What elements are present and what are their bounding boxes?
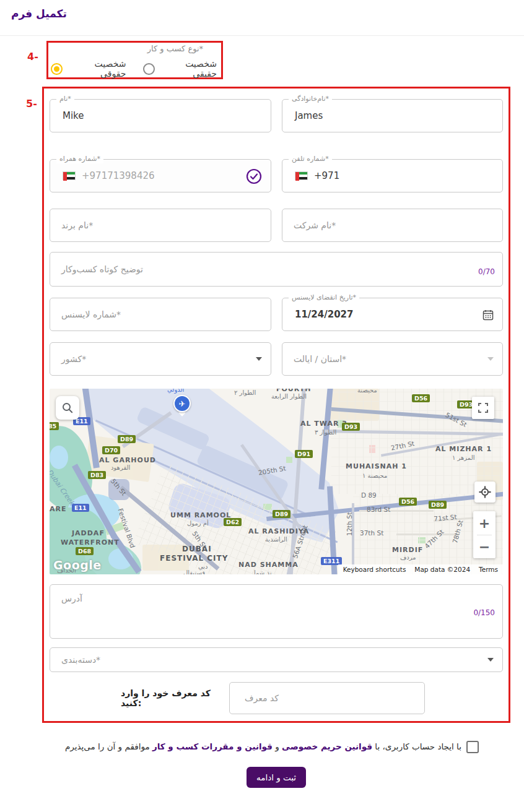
calendar-icon[interactable] (483, 309, 494, 321)
map-label: AL TWAR 3 (300, 420, 347, 428)
map-label: AL GARHOUD (99, 456, 156, 464)
map-route-badge: D91 (295, 450, 313, 458)
map-label: الطوار ٢ (234, 389, 256, 396)
map-park (286, 457, 292, 463)
last-name-label: *نام‌خانوادگی (289, 95, 332, 103)
brand-name-field[interactable]: *نام برند (50, 209, 271, 242)
mobile-field[interactable]: *شماره همراه +97171398426 (50, 159, 271, 192)
keyboard-shortcuts-link[interactable]: Keyboard shortcuts (343, 566, 406, 573)
license-number-field[interactable]: *شماره لایسنس (50, 298, 271, 331)
mobile-value: +97171398426 (82, 170, 155, 181)
map-route-badge: D62 (224, 518, 242, 526)
radio-legal-entity-label[interactable]: شخصیت حقوقی (68, 59, 126, 79)
terms-link[interactable]: Terms (479, 566, 498, 573)
phone-label: *شماره تلفن (289, 155, 332, 163)
map-search-button[interactable] (56, 396, 79, 420)
license-expiry-value: 11/24/2027 (282, 309, 353, 320)
map-label: 12th St (346, 512, 353, 536)
map-route-badge: D68 (76, 547, 94, 555)
map-label: القرهود (111, 464, 130, 471)
zoom-in-button[interactable]: + (479, 512, 490, 535)
first-name-label: *نام (56, 95, 74, 103)
map-route-badge: D83 (88, 471, 106, 479)
last-name-field[interactable]: *نام‌خانوادگی James (282, 99, 503, 132)
map-label: فستيفال (183, 569, 205, 574)
agreement-suffix: موافقم و آن را می‌پذیرم (65, 741, 152, 751)
map-label: WATERFRONT (61, 538, 120, 546)
company-name-placeholder: *نام شرکت (282, 220, 336, 230)
airport-pin[interactable]: ✈ (173, 395, 192, 413)
map-route-badge: 85 (50, 422, 59, 430)
map-label: AL MIZHAR 1 (435, 445, 492, 453)
map-label: ARE (50, 505, 67, 513)
map-route-badge: D56 (412, 394, 430, 402)
license-expiry-field[interactable]: *تاریخ انقضای لایسنس 11/24/2027 (282, 298, 503, 331)
agreement-checkbox[interactable] (466, 741, 479, 753)
my-location-icon (479, 486, 491, 498)
terms-link[interactable]: قوانین و مقررات کسب و کار (152, 741, 273, 751)
address-placeholder: آدرس (50, 594, 82, 603)
mobile-label: *شماره همراه (56, 155, 103, 163)
address-field[interactable]: آدرس 0/150 (50, 584, 503, 639)
search-icon (62, 402, 73, 413)
phone-value: +971 (314, 170, 339, 181)
map-label: محيصنة ١ (362, 472, 387, 479)
chevron-down-icon (256, 357, 262, 361)
agreement-text: با ایجاد حساب کاربری، با قوانین حریم خصو… (65, 741, 461, 751)
phone-field[interactable]: *شماره تلفن +971 (282, 159, 503, 192)
airplane-icon: ✈ (175, 396, 190, 411)
state-select[interactable]: *استان / ایالت (282, 342, 503, 376)
referral-label: کد معرف خود را وارد کنید: (121, 682, 225, 714)
first-name-value: Mike (50, 110, 84, 121)
map-label: 37th St (360, 529, 383, 537)
map-label: ند شما (254, 569, 271, 574)
map-my-location-button[interactable] (474, 482, 496, 503)
verified-check-icon (246, 168, 262, 184)
map-route-badge: D56 (399, 498, 417, 506)
last-name-value: James (282, 110, 323, 121)
map-water (50, 446, 68, 469)
brand-name-placeholder: *نام برند (50, 220, 93, 230)
fullscreen-icon (478, 403, 488, 413)
first-name-field[interactable]: *نام Mike (50, 99, 271, 132)
map-route-badge: D70 (102, 446, 120, 454)
zoom-out-button[interactable]: − (479, 535, 490, 558)
radio-legal-entity[interactable] (51, 63, 63, 75)
submit-button[interactable]: ثبت و ادامه (247, 767, 306, 788)
google-map[interactable]: الدوليالطوار ٢FOURTHالطوار الرابعةمحيصنة… (50, 389, 503, 574)
company-name-field[interactable]: *نام شرکت (282, 209, 503, 242)
privacy-policy-link[interactable]: قوانین حریم خصوصی (282, 741, 372, 751)
map-label: 83rd St (367, 506, 390, 513)
referral-input[interactable]: کد معرف (229, 682, 425, 714)
annotation-step-4: 4- (27, 51, 38, 63)
map-label: أم رمول (187, 520, 209, 527)
country-select[interactable]: *کشور (50, 342, 271, 376)
chevron-down-icon (487, 357, 494, 361)
map-zoom-controls: + − (473, 511, 496, 558)
map-label: D 89 (361, 491, 377, 499)
map-label: الدولي (167, 389, 184, 393)
google-logo: Google (53, 558, 102, 572)
map-route-badge: D89 (429, 501, 447, 509)
uae-flag-icon (295, 171, 308, 180)
short-description-field[interactable]: توضیح کوتاه کسب‌وکار 0/70 (50, 252, 503, 287)
map-fullscreen-button[interactable] (472, 397, 494, 419)
map-label: الطوار الرابعة (271, 393, 307, 400)
map-route-badge: D89 (118, 435, 136, 443)
page-title: تکمیل فرم (11, 7, 67, 20)
map-road (396, 533, 458, 535)
category-placeholder: *دسته‌بندی (50, 655, 100, 665)
radio-natural-person[interactable] (143, 63, 155, 75)
map-label: NAD SHAMMA (238, 561, 299, 569)
map-label: MIRDIF (392, 546, 423, 554)
category-select[interactable]: *دسته‌بندی (50, 647, 503, 672)
map-label: MUHAISNAH 1 (346, 462, 407, 470)
map-label: المزهر ١ (452, 454, 474, 461)
map-label: الطوار ٣ (315, 429, 336, 436)
radio-natural-person-label[interactable]: شخصیت حقیقی (160, 59, 217, 79)
license-number-placeholder: *شماره لایسنس (50, 309, 121, 319)
map-label: FESTIVAL CITY (160, 554, 228, 563)
annotation-step-5: 5- (26, 98, 37, 110)
state-placeholder: *استان / ایالت (282, 354, 346, 364)
map-data-copyright: Map data ©2024 (414, 566, 470, 573)
